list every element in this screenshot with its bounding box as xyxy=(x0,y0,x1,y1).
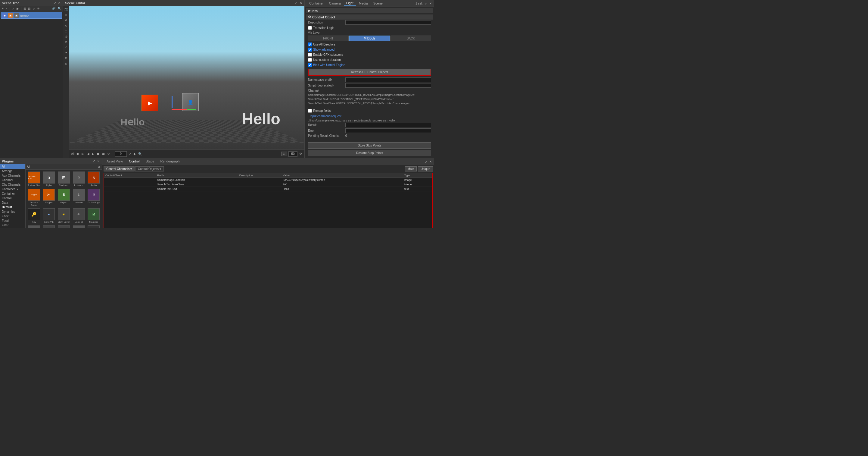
frame-prev-btn[interactable]: ⏮ xyxy=(81,151,85,156)
main-btn[interactable]: Main xyxy=(405,166,417,171)
side-icon-4[interactable]: ▢ xyxy=(64,29,68,33)
fit-btn[interactable]: ⤢ xyxy=(128,151,131,156)
plugin-key[interactable]: 🔑 Key xyxy=(27,208,41,224)
plugin-layers[interactable]: ⊟ Layers xyxy=(27,225,41,228)
collapse-all-button[interactable]: ▶ xyxy=(16,7,20,10)
plugin-infotext[interactable]: ℹ Infotext xyxy=(72,188,86,207)
viz-back-btn[interactable]: BACK xyxy=(391,35,431,41)
plugin-producer[interactable]: ⊞ Producer xyxy=(57,171,71,188)
script-input[interactable] xyxy=(345,83,431,88)
category-aux-channels[interactable]: Aux Channels xyxy=(0,173,25,178)
scene-tree-expand-icon[interactable]: ⤢ xyxy=(53,1,57,5)
side-icon-3[interactable]: ⊙ xyxy=(64,24,68,28)
tab-scene[interactable]: Scene xyxy=(371,1,385,6)
use-all-directors-checkbox[interactable] xyxy=(308,42,312,47)
show-advanced-checkbox[interactable] xyxy=(308,48,312,52)
frame-next-btn[interactable]: ⏭ xyxy=(101,151,106,156)
tab-control[interactable]: Control xyxy=(126,159,142,164)
refresh-ue-btn[interactable]: Refresh UE Control Objects xyxy=(308,69,431,76)
list-view-button[interactable]: ⊟ xyxy=(27,7,31,10)
viz-front-btn[interactable]: FRONT xyxy=(308,35,349,41)
plugin-texture-slot[interactable]: Texture-Coo Texture Slot xyxy=(27,171,41,188)
category-channel[interactable]: Channel xyxy=(0,178,25,182)
side-icon-5[interactable]: ◎ xyxy=(64,34,68,38)
plugin-clipper[interactable]: ✂ Clipper xyxy=(42,188,56,207)
grid-options-btn[interactable]: ⚙ xyxy=(97,165,101,169)
plugin-alpha[interactable]: α Alpha xyxy=(42,171,56,188)
viz-middle-btn[interactable]: MIDDLE xyxy=(349,35,390,41)
store-stop-btn[interactable]: Store Stop Points xyxy=(308,142,431,149)
asset-expand-icon[interactable]: ⤢ xyxy=(424,160,428,164)
props-expand-icon[interactable]: ⤢ xyxy=(424,1,428,5)
bind-unreal-checkbox[interactable] xyxy=(308,63,312,67)
tab-asset-view[interactable]: Asset View xyxy=(104,159,125,164)
asset-close-icon[interactable]: ✕ xyxy=(429,160,432,164)
input-command-link[interactable]: Input command/request xyxy=(308,114,343,118)
category-filter[interactable]: Filter xyxy=(0,223,25,228)
tree-search-button[interactable]: 🔍 xyxy=(57,7,62,10)
plugin-light-vib[interactable]: ✦ Light Vib xyxy=(42,208,56,224)
category-control[interactable]: Control xyxy=(0,196,25,200)
category-container[interactable]: Container xyxy=(0,191,25,196)
play-prev-btn[interactable]: ◀ xyxy=(86,151,90,156)
tab-container[interactable]: Container xyxy=(307,1,326,6)
side-icon-2[interactable]: ⊕ xyxy=(64,18,68,22)
plugin-texture-coord[interactable]: Clipper Texture Coord xyxy=(27,188,41,207)
result-input[interactable] xyxy=(345,123,431,127)
description-input[interactable] xyxy=(345,20,431,25)
plugin-masking[interactable]: M Masking xyxy=(86,208,101,224)
link-button[interactable]: ⤢ xyxy=(32,7,35,10)
plugin-script[interactable]: </> Script xyxy=(86,225,101,228)
plugins-close-icon[interactable]: ✕ xyxy=(97,159,100,163)
remap-fields-checkbox[interactable] xyxy=(308,109,312,113)
transition-logic-checkbox[interactable] xyxy=(308,26,312,30)
side-icon-9[interactable]: ⊞ xyxy=(64,56,68,60)
control-objects-tab[interactable]: Control Objects ▾ xyxy=(135,166,164,171)
loop-btn[interactable]: ⟳ xyxy=(107,151,111,156)
control-channels-tab[interactable]: Control Channels ▾ xyxy=(103,166,134,171)
error-input[interactable] xyxy=(345,129,431,133)
tree-item-group[interactable]: ◉ ▣ ▣ group xyxy=(1,12,62,19)
table-row-1[interactable]: SampleImage.Location IMAGE*$StyleAny$all… xyxy=(104,178,432,182)
category-all[interactable]: All xyxy=(0,164,25,169)
props-close-icon[interactable]: ✕ xyxy=(429,1,432,5)
plugin-lighting[interactable]: 💡 Lighting xyxy=(72,225,86,228)
category-clip-channels[interactable]: Clip Channels xyxy=(0,182,25,187)
plugins-expand-icon[interactable]: ⤢ xyxy=(92,159,96,163)
plugin-look-at[interactable]: 👁 Look at xyxy=(72,208,86,224)
category-dynamics[interactable]: Dynamics xyxy=(0,209,25,214)
remove-item-button[interactable]: − xyxy=(5,7,8,10)
scene-editor-expand-icon[interactable]: ⤢ xyxy=(294,1,298,5)
tab-camera[interactable]: Camera xyxy=(327,1,343,6)
plugin-light-layer[interactable]: ☀ Light Layer xyxy=(57,208,71,224)
side-icon-8[interactable]: ✦ xyxy=(64,51,68,55)
unique-btn[interactable]: Unique xyxy=(418,166,433,171)
frame-record-btn[interactable]: ⏺ xyxy=(75,151,80,156)
expand-all-button[interactable]: ▷ xyxy=(11,7,15,10)
plugin-gr-settings[interactable]: ⚙ Gr Settings xyxy=(86,188,101,207)
settings-btn[interactable]: ⚙ xyxy=(299,151,303,156)
table-row-3[interactable]: SampleText.Text Hello text xyxy=(104,187,432,191)
side-icon-7[interactable]: ⤢ xyxy=(64,45,68,50)
use-custom-duration-checkbox[interactable] xyxy=(308,58,312,62)
grid-view-button[interactable]: ⊞ xyxy=(23,7,27,10)
tab-media[interactable]: Media xyxy=(356,1,370,6)
side-icon-camera[interactable]: 📷 xyxy=(64,7,68,11)
category-effect[interactable]: Effect xyxy=(0,214,25,219)
tab-rendergraph[interactable]: Rendergraph xyxy=(158,159,182,164)
marker-btn[interactable]: ◆ xyxy=(133,151,136,156)
scene-tree-close-icon[interactable]: ✕ xyxy=(58,1,61,5)
category-feed[interactable]: Feed xyxy=(0,219,25,223)
namespace-input[interactable] xyxy=(345,78,431,82)
restore-stop-btn[interactable]: Restore Stop Points xyxy=(308,150,431,156)
plugin-mask-1[interactable]: ▣ Mask xyxy=(42,225,56,228)
enable-gfx-checkbox[interactable] xyxy=(308,53,312,57)
fps-toggle[interactable]: ⏱ xyxy=(281,151,287,156)
add-item-button[interactable]: + xyxy=(1,7,4,10)
plugin-expert[interactable]: E Expert xyxy=(57,188,71,207)
plugin-audio[interactable]: ♫ Audio xyxy=(86,171,101,188)
tree-link-button[interactable]: 🔗 xyxy=(51,7,56,10)
frame-input[interactable] xyxy=(115,151,127,157)
plugin-mask-2[interactable]: ◉ Mask xyxy=(57,225,71,228)
table-row-2[interactable]: SampleText.MaxChars 100 integer xyxy=(104,182,432,187)
